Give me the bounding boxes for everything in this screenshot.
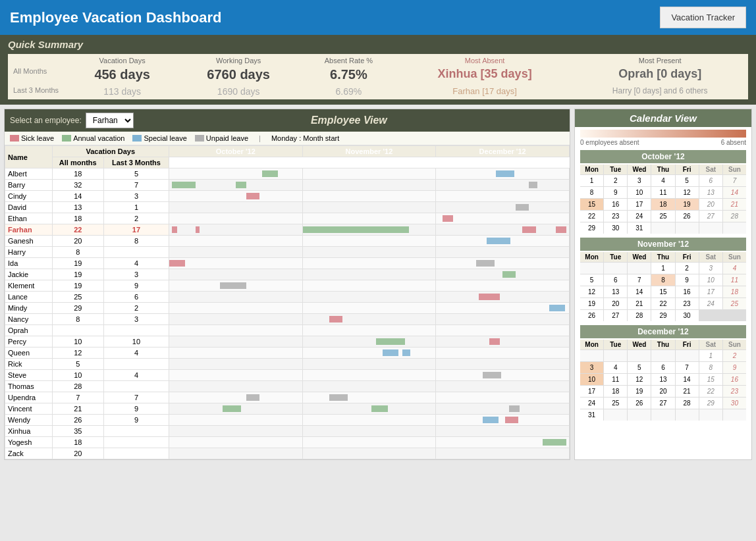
oct-day-16[interactable]: 16 <box>604 199 627 210</box>
dec-day-8[interactable]: 8 <box>699 362 722 373</box>
oct-day-15[interactable]: 15 <box>580 199 603 210</box>
dec-day-2[interactable]: 2 <box>723 350 746 361</box>
nov-day-9[interactable]: 9 <box>676 274 699 286</box>
nov-day-2[interactable]: 2 <box>676 263 699 274</box>
nov-day-13[interactable]: 13 <box>604 286 627 297</box>
oct-day-31[interactable]: 31 <box>628 222 651 234</box>
nov-day-26[interactable]: 26 <box>580 310 603 321</box>
dec-day-14[interactable]: 14 <box>676 374 699 385</box>
oct-day-25[interactable]: 25 <box>651 211 674 222</box>
nov-day-14[interactable]: 14 <box>628 286 651 297</box>
nov-day-10[interactable]: 10 <box>699 274 722 286</box>
dec-day-24[interactable]: 24 <box>580 398 603 409</box>
nov-day-25[interactable]: 25 <box>723 298 746 309</box>
oct-day-22[interactable]: 22 <box>580 211 603 222</box>
nov-day-4[interactable]: 4 <box>723 263 746 274</box>
gantt-cell <box>302 236 436 247</box>
dec-day-13[interactable]: 13 <box>651 374 674 385</box>
oct-day-19[interactable]: 19 <box>676 199 699 210</box>
nov-day-3[interactable]: 3 <box>699 263 722 274</box>
dec-day-20[interactable]: 20 <box>651 386 674 397</box>
dec-day-25[interactable]: 25 <box>604 398 627 409</box>
nov-day-17[interactable]: 17 <box>699 286 722 297</box>
dec-day-28[interactable]: 28 <box>676 398 699 409</box>
oct-day-20[interactable]: 20 <box>699 199 722 210</box>
nov-day-20[interactable]: 20 <box>604 298 627 309</box>
dec-day-11[interactable]: 11 <box>604 374 627 385</box>
oct-day-4[interactable]: 4 <box>651 175 674 186</box>
cal-header-fri: Fri <box>676 165 699 174</box>
oct-day-13[interactable]: 13 <box>699 187 722 198</box>
nov-cal-header-fri: Fri <box>676 252 699 262</box>
dec-day-4[interactable]: 4 <box>604 362 627 373</box>
oct-day-11[interactable]: 11 <box>651 187 674 198</box>
oct-day-24[interactable]: 24 <box>628 211 651 222</box>
nov-day-7[interactable]: 7 <box>628 274 651 286</box>
oct-day-26[interactable]: 26 <box>676 211 699 222</box>
oct-day-7[interactable]: 7 <box>723 175 746 186</box>
gantt-cell <box>436 191 570 202</box>
nov-day-11[interactable]: 11 <box>723 274 746 286</box>
dec-day-16[interactable]: 16 <box>723 374 746 385</box>
nov-day-18[interactable]: 18 <box>723 286 746 297</box>
nov-day-21[interactable]: 21 <box>628 298 651 309</box>
nov-day-16[interactable]: 16 <box>676 286 699 297</box>
dec-day-12[interactable]: 12 <box>628 374 651 385</box>
employee-select[interactable]: Farhan <box>86 113 134 128</box>
nov-day-19[interactable]: 19 <box>580 298 603 309</box>
oct-day-23[interactable]: 23 <box>604 211 627 222</box>
vacation-tracker-button[interactable]: Vacation Tracker <box>660 7 746 28</box>
oct-day-28[interactable]: 28 <box>723 211 746 222</box>
oct-day-6[interactable]: 6 <box>699 175 722 186</box>
nov-day-22[interactable]: 22 <box>651 298 674 309</box>
dec-day-7[interactable]: 7 <box>676 362 699 373</box>
dec-day-10[interactable]: 10 <box>580 374 603 385</box>
dec-day-21[interactable]: 21 <box>676 386 699 397</box>
oct-day-21[interactable]: 21 <box>723 199 746 210</box>
nov-day-12[interactable]: 12 <box>580 286 603 297</box>
gantt-cell <box>169 448 302 459</box>
oct-day-9[interactable]: 9 <box>604 187 627 198</box>
nov-day-5[interactable]: 5 <box>580 274 603 286</box>
oct-day-8[interactable]: 8 <box>580 187 603 198</box>
nov-day-29[interactable]: 29 <box>651 310 674 321</box>
nov-day-8[interactable]: 8 <box>651 274 674 286</box>
dec-day-30[interactable]: 30 <box>723 398 746 409</box>
oct-day-5[interactable]: 5 <box>676 175 699 186</box>
oct-day-12[interactable]: 12 <box>676 187 699 198</box>
oct-day-3[interactable]: 3 <box>628 175 651 186</box>
dec-day-17[interactable]: 17 <box>580 386 603 397</box>
november-grid: Mon Tue Wed Thu Fri Sat Sun 1 2 3 4 5 6 … <box>580 252 746 321</box>
oct-day-14[interactable]: 14 <box>723 187 746 198</box>
oct-day-10[interactable]: 10 <box>628 187 651 198</box>
dec-day-18[interactable]: 18 <box>604 386 627 397</box>
dec-day-27[interactable]: 27 <box>651 398 674 409</box>
nov-day-23[interactable]: 23 <box>676 298 699 309</box>
dec-day-5[interactable]: 5 <box>628 362 651 373</box>
nov-day-27[interactable]: 27 <box>604 310 627 321</box>
dec-day-31[interactable]: 31 <box>580 409 603 421</box>
oct-day-1[interactable]: 1 <box>580 175 603 186</box>
nov-day-30[interactable]: 30 <box>676 310 699 321</box>
oct-day-30[interactable]: 30 <box>604 222 627 234</box>
dec-day-19[interactable]: 19 <box>628 386 651 397</box>
dec-day-29[interactable]: 29 <box>699 398 722 409</box>
nov-day-24[interactable]: 24 <box>699 298 722 309</box>
oct-day-18[interactable]: 18 <box>651 199 674 210</box>
dec-day-6[interactable]: 6 <box>651 362 674 373</box>
oct-day-2[interactable]: 2 <box>604 175 627 186</box>
oct-day-17[interactable]: 17 <box>628 199 651 210</box>
dec-day-3[interactable]: 3 <box>580 362 603 373</box>
oct-day-27[interactable]: 27 <box>699 211 722 222</box>
dec-day-9[interactable]: 9 <box>723 362 746 373</box>
nov-day-28[interactable]: 28 <box>628 310 651 321</box>
dec-day-1[interactable]: 1 <box>699 350 722 361</box>
nov-day-6[interactable]: 6 <box>604 274 627 286</box>
dec-day-22[interactable]: 22 <box>699 386 722 397</box>
dec-day-15[interactable]: 15 <box>699 374 722 385</box>
oct-day-29[interactable]: 29 <box>580 222 603 234</box>
nov-day-1[interactable]: 1 <box>651 263 674 274</box>
nov-day-15[interactable]: 15 <box>651 286 674 297</box>
dec-day-23[interactable]: 23 <box>723 386 746 397</box>
dec-day-26[interactable]: 26 <box>628 398 651 409</box>
